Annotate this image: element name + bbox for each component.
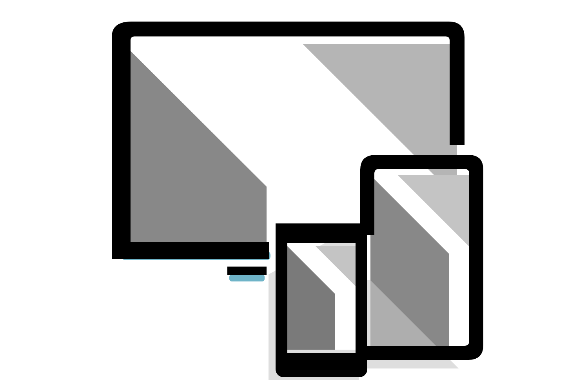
monitor-shadow-left bbox=[124, 44, 267, 243]
phone-icon bbox=[276, 223, 367, 377]
artwork-canvas bbox=[0, 0, 588, 392]
responsive-devices-icon bbox=[33, 0, 555, 392]
svg-rect-9 bbox=[276, 223, 367, 243]
svg-rect-10 bbox=[276, 353, 367, 377]
svg-rect-2 bbox=[229, 274, 265, 281]
monitor-shadow-right bbox=[303, 44, 457, 198]
svg-rect-4 bbox=[227, 267, 267, 275]
svg-rect-3 bbox=[112, 242, 269, 259]
